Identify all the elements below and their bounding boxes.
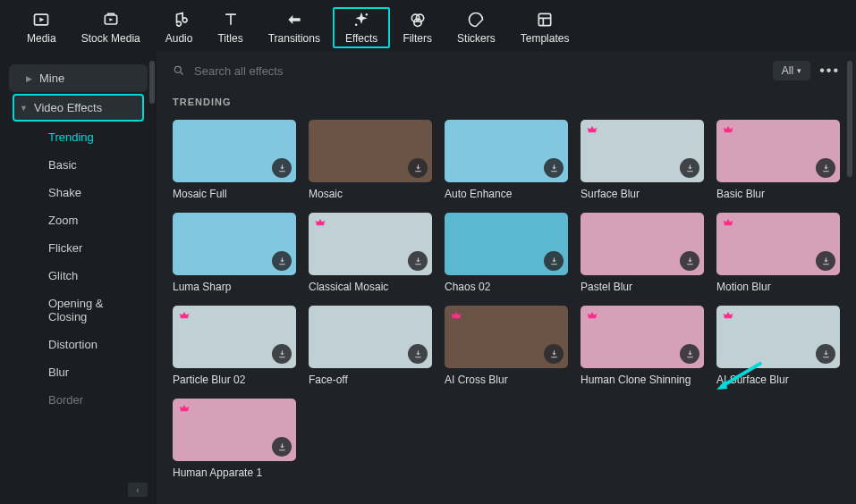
- effect-card[interactable]: Classical Mosaic: [309, 213, 432, 293]
- svg-point-5: [355, 24, 358, 27]
- download-button[interactable]: [680, 158, 699, 178]
- download-button[interactable]: [272, 251, 292, 271]
- sidebar-sub-glitch[interactable]: Glitch: [0, 262, 157, 290]
- cat-label: Video Effects: [34, 101, 102, 114]
- effect-thumbnail: [716, 213, 840, 275]
- tab-effects[interactable]: Effects: [333, 7, 390, 48]
- effect-card[interactable]: Chaos 02: [445, 213, 568, 293]
- search-input[interactable]: [194, 64, 764, 78]
- tab-media[interactable]: Media: [14, 7, 69, 48]
- sidebar-sub-opening-closing[interactable]: Opening & Closing: [0, 290, 157, 331]
- premium-icon: [721, 124, 735, 139]
- download-button[interactable]: [544, 344, 564, 364]
- tab-label: Filters: [403, 32, 432, 45]
- titles-icon: [222, 11, 240, 29]
- effect-label: Particle Blur 02: [173, 374, 296, 386]
- effect-thumbnail: [716, 120, 840, 182]
- effect-thumbnail: [309, 120, 432, 182]
- effect-card[interactable]: Luma Sharp: [173, 213, 296, 293]
- tab-audio[interactable]: Audio: [153, 7, 206, 48]
- effect-thumbnail: [581, 306, 704, 368]
- effect-card[interactable]: Pastel Blur: [581, 213, 704, 293]
- effect-label: Luma Sharp: [173, 281, 296, 293]
- content-scrollbar[interactable]: [847, 61, 852, 177]
- premium-icon: [585, 124, 599, 139]
- sidebar-sub-blur[interactable]: Blur: [0, 358, 157, 386]
- svg-marker-3: [109, 18, 113, 21]
- effect-thumbnail: [309, 306, 432, 368]
- premium-icon: [721, 217, 735, 231]
- effect-card[interactable]: Auto Enhance: [445, 120, 568, 200]
- search: [173, 64, 764, 78]
- effect-card[interactable]: Human Apparate 1: [173, 399, 296, 479]
- stickers-icon: [467, 11, 485, 29]
- sidebar-sub-basic[interactable]: Basic: [0, 151, 157, 179]
- premium-icon: [585, 310, 599, 324]
- download-button[interactable]: [408, 158, 428, 178]
- download-button[interactable]: [680, 344, 699, 364]
- tab-transitions[interactable]: Transitions: [256, 7, 333, 48]
- sidebar-sub-shake[interactable]: Shake: [0, 179, 157, 206]
- download-button[interactable]: [408, 344, 428, 364]
- download-button[interactable]: [408, 251, 428, 271]
- sidebar-sub-border[interactable]: Border: [0, 386, 157, 414]
- sidebar-sub-flicker[interactable]: Flicker: [0, 234, 157, 262]
- templates-icon: [536, 11, 554, 29]
- sidebar-sub-trending[interactable]: Trending: [0, 123, 157, 151]
- download-button[interactable]: [544, 251, 564, 271]
- effect-label: Mosaic Full: [173, 188, 296, 200]
- content: All ▾ ••• TRENDING Mosaic FullMosaicAuto…: [157, 52, 856, 504]
- section-title: TRENDING: [173, 97, 840, 107]
- sidebar-sub-distortion[interactable]: Distortion: [0, 331, 157, 358]
- effect-card[interactable]: Basic Blur: [716, 120, 840, 200]
- sidebar-sub-zoom[interactable]: Zoom: [0, 206, 157, 234]
- main: ▶ Mine ▼ Video Effects Trending Basic Sh…: [0, 52, 856, 504]
- download-button[interactable]: [816, 158, 835, 178]
- effect-label: Chaos 02: [445, 281, 568, 293]
- media-icon: [32, 11, 50, 29]
- collapse-sidebar-button[interactable]: ‹: [128, 483, 148, 497]
- effect-label: Pastel Blur: [581, 281, 704, 293]
- effect-label: Mosaic: [309, 188, 432, 200]
- more-button[interactable]: •••: [819, 63, 840, 79]
- effect-card[interactable]: AI Surface Blur: [716, 306, 840, 386]
- sidebar-scrollbar[interactable]: [149, 61, 155, 104]
- effect-card[interactable]: AI Cross Blur: [445, 306, 568, 386]
- tab-stock-media[interactable]: Stock Media: [69, 7, 153, 48]
- tab-titles[interactable]: Titles: [205, 7, 255, 48]
- download-button[interactable]: [816, 251, 835, 271]
- filters-icon: [409, 11, 427, 29]
- effect-card[interactable]: Mosaic: [309, 120, 432, 200]
- premium-icon: [449, 310, 463, 324]
- svg-rect-9: [538, 13, 550, 25]
- premium-icon: [177, 403, 191, 417]
- svg-point-10: [174, 66, 181, 72]
- effects-icon: [352, 11, 370, 29]
- sidebar-cat-mine[interactable]: ▶ Mine: [9, 64, 148, 92]
- download-button[interactable]: [272, 158, 292, 178]
- effect-card[interactable]: Surface Blur: [581, 120, 704, 200]
- effect-label: Motion Blur: [716, 281, 840, 293]
- tab-templates[interactable]: Templates: [508, 7, 582, 48]
- download-button[interactable]: [680, 251, 699, 271]
- tab-stickers[interactable]: Stickers: [445, 7, 508, 48]
- tab-label: Effects: [345, 32, 377, 45]
- sidebar-cat-video-effects[interactable]: ▼ Video Effects: [13, 94, 144, 122]
- effects-grid: Mosaic FullMosaicAuto EnhanceSurface Blu…: [173, 120, 840, 479]
- download-button[interactable]: [544, 158, 564, 178]
- effect-card[interactable]: Human Clone Shinning: [581, 306, 704, 386]
- effect-label: Classical Mosaic: [309, 281, 432, 293]
- effect-card[interactable]: Motion Blur: [716, 213, 840, 293]
- download-button[interactable]: [816, 344, 835, 364]
- stock-media-icon: [102, 11, 120, 29]
- filter-dropdown[interactable]: All ▾: [773, 61, 810, 80]
- effect-label: AI Cross Blur: [445, 374, 568, 386]
- chevron-right-icon: ▶: [25, 74, 32, 83]
- effect-card[interactable]: Mosaic Full: [173, 120, 296, 200]
- search-icon: [173, 64, 185, 77]
- tab-filters[interactable]: Filters: [390, 7, 445, 48]
- effect-card[interactable]: Particle Blur 02: [173, 306, 296, 386]
- effect-card[interactable]: Face-off: [309, 306, 432, 386]
- download-button[interactable]: [272, 437, 292, 457]
- download-button[interactable]: [272, 344, 292, 364]
